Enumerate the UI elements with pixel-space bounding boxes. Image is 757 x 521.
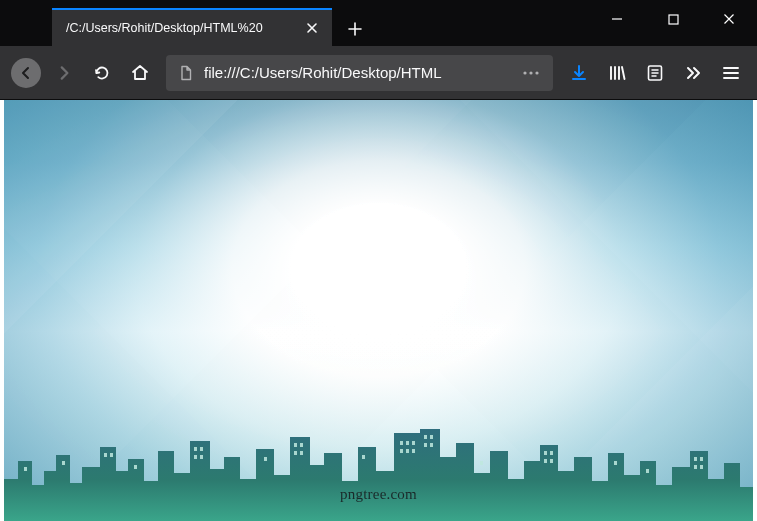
window-controls [589, 0, 757, 38]
reload-icon [93, 64, 111, 82]
hamburger-icon [722, 64, 740, 82]
svg-rect-16 [406, 441, 409, 445]
svg-rect-21 [424, 435, 427, 439]
svg-rect-27 [544, 459, 547, 463]
svg-rect-37 [362, 455, 365, 459]
svg-rect-7 [194, 447, 197, 451]
back-button[interactable] [8, 55, 44, 91]
chevrons-right-icon [683, 63, 703, 83]
window-maximize-button[interactable] [645, 0, 701, 38]
svg-rect-40 [646, 469, 649, 473]
svg-rect-17 [412, 441, 415, 445]
svg-rect-35 [134, 465, 137, 469]
svg-rect-5 [104, 453, 107, 457]
svg-rect-24 [430, 443, 433, 447]
minimize-icon [611, 13, 623, 25]
svg-rect-26 [550, 451, 553, 455]
city-skyline [4, 401, 753, 521]
svg-rect-32 [700, 465, 703, 469]
address-bar[interactable]: file:///C:/Users/Rohit/Desktop/HTML [166, 55, 553, 91]
svg-rect-23 [424, 443, 427, 447]
svg-rect-31 [694, 465, 697, 469]
ellipsis-icon[interactable] [517, 59, 545, 87]
window-titlebar: /C:/Users/Rohit/Desktop/HTML%20 [0, 0, 757, 46]
forward-button[interactable] [46, 55, 82, 91]
browser-tab-active[interactable]: /C:/Users/Rohit/Desktop/HTML%20 [52, 8, 332, 46]
window-minimize-button[interactable] [589, 0, 645, 38]
svg-rect-29 [694, 457, 697, 461]
svg-rect-0 [669, 15, 678, 24]
download-icon [569, 63, 589, 83]
library-button[interactable] [599, 55, 635, 91]
svg-rect-13 [294, 451, 297, 455]
back-icon [11, 58, 41, 88]
svg-rect-22 [430, 435, 433, 439]
svg-rect-8 [200, 447, 203, 451]
file-icon[interactable] [174, 61, 198, 85]
tab-strip: /C:/Users/Rohit/Desktop/HTML%20 [0, 0, 589, 46]
svg-rect-10 [200, 455, 203, 459]
tab-title: /C:/Users/Rohit/Desktop/HTML%20 [66, 21, 302, 35]
svg-rect-11 [294, 443, 297, 447]
svg-rect-39 [614, 461, 617, 465]
svg-rect-14 [300, 451, 303, 455]
reader-view-button[interactable] [637, 55, 673, 91]
overflow-button[interactable] [675, 55, 711, 91]
new-tab-button[interactable] [338, 12, 372, 46]
page-viewport: pngtree.com [0, 100, 757, 521]
svg-rect-6 [110, 453, 113, 457]
close-icon[interactable] [302, 18, 322, 38]
library-icon [607, 63, 627, 83]
svg-rect-33 [24, 467, 27, 471]
svg-rect-9 [194, 455, 197, 459]
svg-rect-30 [700, 457, 703, 461]
reader-view-icon [645, 63, 665, 83]
svg-rect-18 [400, 449, 403, 453]
svg-rect-19 [406, 449, 409, 453]
forward-icon [55, 64, 73, 82]
svg-rect-15 [400, 441, 403, 445]
downloads-button[interactable] [561, 55, 597, 91]
reload-button[interactable] [84, 55, 120, 91]
home-icon [130, 63, 150, 83]
app-menu-button[interactable] [713, 55, 749, 91]
home-button[interactable] [122, 55, 158, 91]
svg-rect-12 [300, 443, 303, 447]
plus-icon [348, 22, 362, 36]
svg-rect-38 [480, 461, 483, 465]
close-icon [723, 13, 735, 25]
svg-point-2 [529, 71, 532, 74]
svg-rect-28 [550, 459, 553, 463]
svg-point-3 [535, 71, 538, 74]
image-watermark: pngtree.com [340, 486, 417, 503]
svg-rect-36 [264, 457, 267, 461]
url-text[interactable]: file:///C:/Users/Rohit/Desktop/HTML [198, 64, 517, 81]
maximize-icon [668, 14, 679, 25]
window-close-button[interactable] [701, 0, 757, 38]
svg-rect-25 [544, 451, 547, 455]
svg-rect-34 [62, 461, 65, 465]
svg-point-1 [523, 71, 526, 74]
svg-rect-20 [412, 449, 415, 453]
nav-toolbar: file:///C:/Users/Rohit/Desktop/HTML [0, 46, 757, 100]
